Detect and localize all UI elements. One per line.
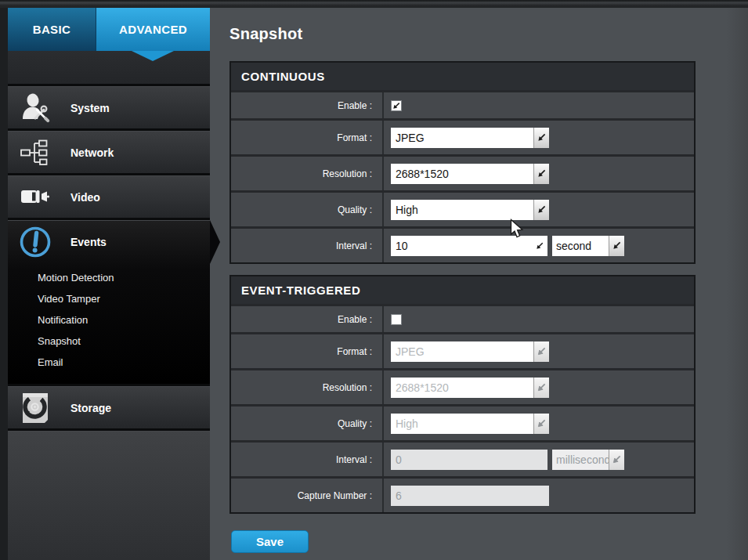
field-label: Enable : [231,92,384,118]
sidebar-subitem-snapshot[interactable]: Snapshot [8,331,210,352]
sidebar-item-events[interactable]: Events [8,221,210,262]
quality-row: Quality : [231,404,694,440]
sidebar-item-label: Events [70,236,107,248]
format-select[interactable] [391,128,549,148]
dropdown-arrow-icon [537,419,546,428]
sidebar-subitem-notification[interactable]: Notification [8,309,210,331]
sidebar-section-events: Events Motion Detection Video Tamper Not… [8,221,210,384]
resolution-select[interactable] [391,164,549,184]
resolution-select [391,378,549,398]
page-title: Snapshot [229,25,303,43]
dropdown-button[interactable] [609,236,624,256]
dropdown-button [609,450,624,470]
event-triggered-section: EVENT-TRIGGERED Enable : Format : [229,275,696,514]
sidebar-item-network[interactable]: Network [8,132,210,173]
system-icon [16,92,55,124]
sidebar-subitem-video-tamper[interactable]: Video Tamper [8,288,210,309]
continuous-section: CONTINUOUS Enable : Format : [229,61,696,264]
quality-select[interactable] [391,200,549,220]
format-value [391,341,533,362]
dropdown-button[interactable] [533,164,549,184]
field-label: Format : [231,121,384,154]
enable-row: Enable : [231,304,694,332]
interval-unit-select: millisecond [552,450,624,470]
resolution-row: Resolution : [231,154,694,190]
field-label: Quality : [231,193,384,226]
interval-row: Interval : millisecond [231,440,694,476]
active-item-arrow-icon [210,220,220,264]
continuous-enable-checkbox[interactable] [391,100,402,111]
quality-value [391,414,533,434]
sidebar-subitem-email[interactable]: Email [8,352,210,373]
sidebar-item-video[interactable]: Video [8,176,210,218]
dropdown-button [533,341,549,362]
sidebar: BASIC ADVANCED System [8,8,210,560]
dropdown-arrow-icon [537,169,546,178]
dropdown-button [533,378,549,398]
event-enable-checkbox[interactable] [391,314,402,325]
mouse-cursor-icon [510,219,525,240]
field-label: Capture Number : [231,479,384,512]
format-row: Format : [231,118,694,154]
resolution-row: Resolution : [231,368,694,404]
active-tab-pointer-icon [132,51,174,61]
interval-unit-value: second [552,236,609,256]
mode-tabs: BASIC ADVANCED [8,8,210,51]
sidebar-item-label: Network [70,146,114,159]
sidebar-item-system[interactable]: System [8,87,210,128]
events-submenu: Motion Detection Video Tamper Notificati… [8,262,210,384]
sidebar-item-label: Video [70,191,100,204]
field-label: Enable : [231,306,384,332]
sidebar-item-label: Storage [70,402,111,414]
format-select [391,341,549,362]
active-tab-indicator-zone [8,51,210,84]
sidebar-item-label: System [70,102,110,114]
field-label: Format : [231,334,384,368]
interval-unit-select[interactable]: second [552,236,624,256]
window-top-edge [0,0,748,8]
field-label: Interval : [231,229,384,262]
dropdown-arrow-icon [537,205,546,214]
capture-number-row: Capture Number : [231,476,694,512]
tab-basic[interactable]: BASIC [8,8,96,51]
save-button[interactable]: Save [231,530,309,553]
quality-value[interactable] [391,200,533,220]
dropdown-arrow-icon [537,133,546,142]
dropdown-button [533,414,549,434]
tab-advanced[interactable]: ADVANCED [96,8,210,51]
section-header: EVENT-TRIGGERED [231,276,694,304]
dropdown-button[interactable] [533,128,549,148]
interval-row: Interval : second [231,226,694,262]
dropdown-arrow-icon [612,455,621,464]
resolution-value [391,378,533,398]
section-header: CONTINUOUS [231,63,694,90]
storage-icon [16,391,55,425]
dropdown-arrow-icon [537,383,546,392]
interval-input [391,450,547,470]
checkmark-icon [392,102,400,110]
dropdown-arrow-icon [536,242,544,250]
capture-number-input [391,486,549,506]
format-row: Format : [231,332,694,368]
main-content: Snapshot CONTINUOUS Enable : Format : [208,8,748,560]
quality-select [391,414,549,434]
sidebar-item-storage[interactable]: Storage [8,387,210,428]
video-icon [16,182,55,213]
sidebar-empty-area [8,432,210,560]
resolution-value[interactable] [391,164,533,184]
interval-unit-value: millisecond [552,450,609,470]
dropdown-arrow-icon [612,241,621,250]
sidebar-subitem-motion-detection[interactable]: Motion Detection [8,267,210,288]
network-icon [16,137,55,168]
field-label: Interval : [231,443,384,476]
format-value[interactable] [391,128,533,148]
field-label: Quality : [231,406,384,440]
field-label: Resolution : [231,157,384,190]
dropdown-button[interactable] [533,200,549,220]
dropdown-arrow-icon [537,347,546,356]
field-label: Resolution : [231,370,384,404]
quality-row: Quality : [231,190,694,226]
enable-row: Enable : [231,90,694,118]
events-icon [16,224,55,260]
